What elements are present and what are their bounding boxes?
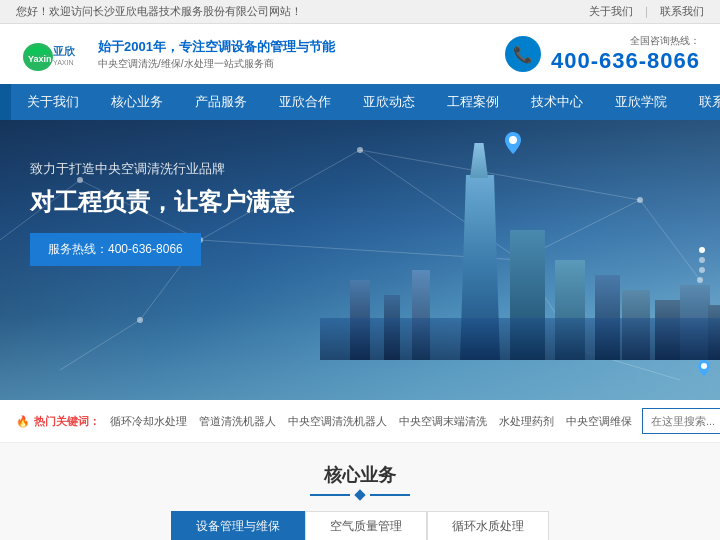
nav-item-home[interactable]: 首页 [0,84,11,120]
search-box: 🔍 [642,408,720,434]
keyword-2[interactable]: 管道清洗机器人 [199,414,276,429]
nav-item-contact[interactable]: 联系我们 [683,84,720,120]
nav-item-academy[interactable]: 亚欣学院 [599,84,683,120]
main-nav: 首页 关于我们 核心业务 产品服务 亚欣合作 亚欣动态 工程案例 技术中心 亚欣… [0,84,720,120]
separator: ｜ [641,4,652,19]
svg-text:Yaxin: Yaxin [28,54,52,64]
section-header: 核心业务 [20,463,700,499]
keyword-1[interactable]: 循环冷却水处理 [110,414,187,429]
dot-2[interactable] [699,257,705,263]
nav-item-tech[interactable]: 技术中心 [515,84,599,120]
section-title: 核心业务 [20,463,700,487]
logo[interactable]: Yaxin 亚欣 YAXIN [20,35,90,73]
nav-item-about[interactable]: 关于我们 [11,84,95,120]
divider-line-right [370,494,410,496]
welcome-text: 您好！欢迎访问长沙亚欣电器技术服务股份有限公司网站！ [16,4,302,19]
nav-item-product[interactable]: 产品服务 [179,84,263,120]
hero-cta-button[interactable]: 服务热线：400-636-8066 [30,233,201,266]
logo-area: Yaxin 亚欣 YAXIN 始于2001年，专注空调设备的管理与节能 中央空调… [20,35,335,73]
tab-air[interactable]: 空气质量管理 [305,511,427,540]
search-input[interactable] [643,411,720,431]
hero-text: 致力于打造中央空调清洗行业品牌 对工程负责，让客户满意 服务热线：400-636… [30,160,294,266]
hero-subtitle: 致力于打造中央空调清洗行业品牌 [30,160,294,178]
hot-label-text: 热门关键词： [34,414,100,429]
nav-item-partner[interactable]: 亚欣合作 [263,84,347,120]
keyword-3[interactable]: 中央空调清洗机器人 [288,414,387,429]
city-skyline [320,140,720,360]
business-tabs: 设备管理与维保 空气质量管理 循环水质处理 [20,511,700,540]
hero-title: 对工程负责，让客户满意 [30,186,294,217]
header-right: 📞 全国咨询热线： 400-636-8066 [505,34,700,74]
phone-info: 全国咨询热线： 400-636-8066 [551,34,700,74]
keywords-list: 循环冷却水处理 管道清洗机器人 中央空调清洗机器人 中央空调末端清洗 水处理药剂… [110,414,632,429]
svg-text:YAXIN: YAXIN [53,59,74,66]
contact-link[interactable]: 联系我们 [660,4,704,19]
top-bar: 您好！欢迎访问长沙亚欣电器技术服务股份有限公司网站！ 关于我们 ｜ 联系我们 [0,0,720,24]
header: Yaxin 亚欣 YAXIN 始于2001年，专注空调设备的管理与节能 中央空调… [0,24,720,84]
svg-text:亚欣: 亚欣 [53,45,76,57]
sub-tagline: 中央空调清洗/维保/水处理一站式服务商 [98,56,335,71]
phone-label: 全国咨询热线： [551,34,700,48]
tagline: 始于2001年，专注空调设备的管理与节能 [98,37,335,57]
keywords-bar: 🔥 热门关键词： 循环冷却水处理 管道清洗机器人 中央空调清洗机器人 中央空调末… [0,400,720,443]
keyword-5[interactable]: 水处理药剂 [499,414,554,429]
phone-number: 400-636-8066 [551,48,700,74]
scroll-dots [699,247,705,273]
hot-label: 🔥 热门关键词： [16,414,100,429]
about-link[interactable]: 关于我们 [589,4,633,19]
dot-3[interactable] [699,267,705,273]
tab-equipment[interactable]: 设备管理与维保 [171,511,305,540]
divider-line-left [310,494,350,496]
core-business-section: 核心业务 设备管理与维保 空气质量管理 循环水质处理 [0,443,720,540]
nav-item-cases[interactable]: 工程案例 [431,84,515,120]
nav-item-core[interactable]: 核心业务 [95,84,179,120]
section-divider [20,491,700,499]
dot-1[interactable] [699,247,705,253]
nav-item-dynamic[interactable]: 亚欣动态 [347,84,431,120]
tab-water[interactable]: 循环水质处理 [427,511,549,540]
fire-icon: 🔥 [16,415,30,428]
logo-text-area: 始于2001年，专注空调设备的管理与节能 中央空调清洗/维保/水处理一站式服务商 [98,37,335,72]
top-bar-links: 关于我们 ｜ 联系我们 [589,4,704,19]
hero-banner: 致力于打造中央空调清洗行业品牌 对工程负责，让客户满意 服务热线：400-636… [0,120,720,400]
divider-diamond [354,489,365,500]
keyword-6[interactable]: 中央空调维保 [566,414,632,429]
phone-symbol: 📞 [513,45,533,64]
phone-icon: 📞 [505,36,541,72]
keyword-4[interactable]: 中央空调末端清洗 [399,414,487,429]
